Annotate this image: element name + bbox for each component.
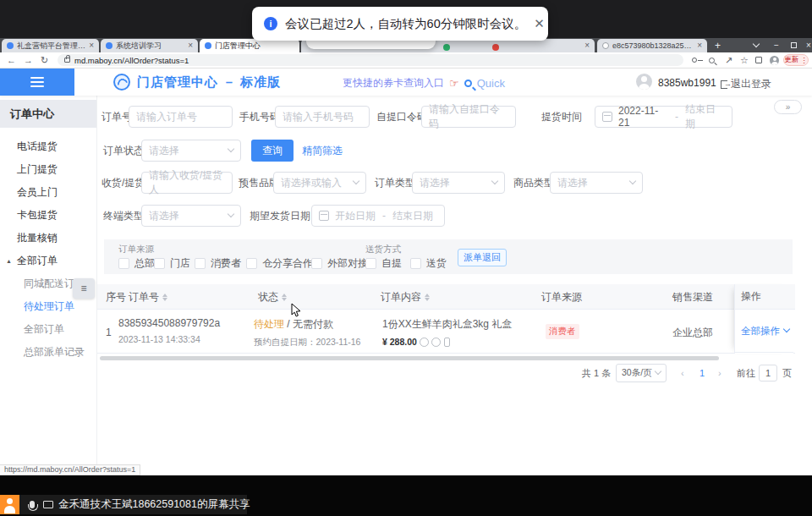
username: 8385wb1991 bbox=[658, 77, 716, 89]
simple-filter-link[interactable]: 精简筛选 bbox=[302, 140, 343, 162]
hamburger-menu-button[interactable] bbox=[0, 69, 74, 96]
order-no-input[interactable]: 请输入订单号 bbox=[129, 106, 233, 128]
order-content: 1份XX生鲜羊肉礼盒3kg 礼盒 bbox=[382, 318, 512, 330]
sidebar-item-door-pickup[interactable]: 上门提货 bbox=[0, 158, 96, 181]
sidebar-item-hq-dispatch-records[interactable]: 总部派单记录 bbox=[0, 341, 96, 364]
horizontal-scrollbar[interactable] bbox=[100, 356, 719, 360]
share-icon[interactable]: ↗ bbox=[725, 52, 732, 68]
order-source-panel: 订单来源 总部 门店 消费者 仓分享合作 外部对接 送货方式 自提 送货 派单退… bbox=[104, 239, 793, 274]
chevron-down-icon bbox=[228, 211, 234, 217]
chrome-update-button[interactable]: 更新 ⋮ bbox=[783, 54, 809, 66]
sort-icon[interactable] bbox=[282, 291, 287, 304]
sidebar: 订单中心 电话提货 上门提货 会员上门 卡包提货 批量核销 全部订单 同城配送订… bbox=[0, 96, 97, 475]
checkbox-source-consumer[interactable]: 消费者 bbox=[195, 256, 241, 271]
reload-icon[interactable]: ↻ bbox=[41, 52, 48, 68]
tab-close-icon[interactable]: × bbox=[188, 41, 193, 50]
goto-page-input[interactable]: 1 bbox=[759, 365, 777, 382]
profile-avatar-icon[interactable] bbox=[770, 52, 779, 68]
page-size-value: 30条/页 bbox=[622, 367, 652, 379]
browser-tab-training[interactable]: 系统培训学习 × bbox=[101, 39, 198, 52]
checkbox-source-warehouse-share[interactable]: 仓分享合作 bbox=[246, 256, 313, 271]
quick-entry[interactable]: 更快捷的券卡查询入口 ☞ Quick bbox=[343, 76, 505, 91]
channel-badge-icon bbox=[420, 338, 429, 347]
forward-icon[interactable]: → bbox=[24, 52, 33, 68]
checkbox-icon bbox=[311, 258, 322, 269]
prev-page-button[interactable]: ‹ bbox=[681, 364, 684, 382]
coupon-badge-icon bbox=[431, 338, 441, 347]
start-date-placeholder: 开始日期 bbox=[335, 209, 376, 223]
browser-tab-store-center-active[interactable]: 门店管理中心 bbox=[200, 39, 299, 52]
app-title-text: 门店管理中心 bbox=[137, 74, 218, 89]
logout-button[interactable]: 退出登录 bbox=[721, 77, 771, 91]
bookmark-star-icon[interactable]: ☆ bbox=[740, 52, 749, 68]
col-order-no[interactable]: 订单号 bbox=[129, 284, 167, 310]
receiver-input[interactable]: 请输入收货/提货人 bbox=[141, 172, 233, 194]
checkbox-delivery-deliver[interactable]: 送货 bbox=[410, 256, 447, 271]
order-type-select[interactable]: 请选择 bbox=[412, 172, 505, 194]
row-action-dropdown[interactable]: 全部操作 bbox=[735, 310, 793, 353]
phone-input[interactable]: 请输入手机号码 bbox=[275, 106, 370, 128]
checkbox-source-store[interactable]: 门店 bbox=[154, 256, 190, 271]
back-icon[interactable]: ← bbox=[7, 52, 16, 68]
dispatch-return-button[interactable]: 派单退回 bbox=[458, 249, 507, 266]
end-date-placeholder: 结束日期 bbox=[685, 102, 725, 131]
tab-close-icon[interactable]: × bbox=[89, 41, 94, 50]
collapse-filters-button[interactable]: » bbox=[774, 100, 802, 114]
sidebar-item-batch-verify[interactable]: 批量核销 bbox=[0, 227, 96, 250]
pickup-code-input[interactable]: 请输入自提口令码 bbox=[421, 106, 516, 128]
meeting-notification-toast: i 会议已超过2人，自动转为60分钟限时会议。 ✕ bbox=[252, 7, 548, 41]
col-label: 订单内容 bbox=[381, 290, 421, 305]
next-page-button[interactable]: › bbox=[718, 364, 721, 382]
current-page[interactable]: 1 bbox=[700, 364, 705, 382]
user-avatar[interactable] bbox=[636, 74, 652, 90]
tab-search-chevron-icon[interactable] bbox=[748, 38, 765, 52]
pickup-time-range-picker[interactable]: 2022-11-21 - 结束日期 bbox=[595, 106, 732, 128]
sort-icon[interactable] bbox=[425, 291, 430, 304]
window-minimize-button[interactable]: − bbox=[768, 38, 785, 52]
terminal-type-label: 终端类型 bbox=[103, 205, 144, 227]
sidebar-item-phone-pickup[interactable]: 电话提货 bbox=[0, 135, 96, 158]
checkbox-source-hq[interactable]: 总部 bbox=[118, 256, 155, 271]
checkbox-source-external[interactable]: 外部对接 bbox=[311, 256, 368, 271]
side-panel-icon[interactable] bbox=[755, 52, 762, 68]
screen-share-bar[interactable]: 金禾通技术王斌18662591081的屏幕共享 bbox=[0, 495, 247, 514]
page-unit-label: 页 bbox=[782, 364, 792, 382]
tab-close-icon[interactable]: × bbox=[584, 41, 590, 50]
order-no-label: 订单号 bbox=[102, 106, 132, 128]
sidebar-group-all-orders[interactable]: 全部订单 bbox=[0, 250, 96, 272]
sidebar-drag-handle[interactable]: ≡ bbox=[73, 278, 95, 299]
sidebar-item-member-visit[interactable]: 会员上门 bbox=[0, 181, 96, 204]
browser-tab-gift-platform[interactable]: 礼盒营销平台管理中心 × bbox=[2, 39, 99, 52]
new-tab-button[interactable]: + bbox=[715, 40, 721, 52]
window-close-button[interactable]: × bbox=[800, 38, 812, 52]
zoom-search-icon[interactable] bbox=[709, 52, 715, 68]
col-index: 序号 bbox=[106, 284, 126, 310]
sort-icon[interactable] bbox=[162, 291, 167, 304]
sidebar-item-card-pickup[interactable]: 卡包提货 bbox=[0, 204, 96, 227]
presale-brand-select[interactable]: 请选择或输入 bbox=[273, 172, 366, 194]
url-bar[interactable]: md.maboy.cn/AllOrder?status=1 bbox=[58, 54, 683, 66]
source-badge: 消费者 bbox=[546, 324, 579, 339]
checkbox-delivery-self-pickup[interactable]: 自提 bbox=[365, 256, 402, 271]
password-key-icon[interactable] bbox=[692, 52, 697, 68]
kebab-menu-icon: ⋮ bbox=[800, 56, 808, 64]
tab-title: 门店管理中心 bbox=[215, 41, 294, 52]
goods-type-select[interactable]: 请选择 bbox=[550, 172, 643, 194]
window-maximize-button[interactable] bbox=[785, 38, 802, 52]
table-row[interactable]: 1 83859345088979792a 2023-11-13 14:33:34… bbox=[97, 310, 795, 354]
browser-tab-hex[interactable]: e8c573980b1328a258fd2e6 × bbox=[597, 39, 707, 52]
order-status-label: 订单状态 bbox=[103, 140, 144, 162]
page-size-select[interactable]: 30条/页 bbox=[616, 364, 667, 382]
price-line: ¥ 288.00 bbox=[382, 337, 512, 347]
tab-close-icon[interactable]: × bbox=[697, 41, 702, 50]
col-status[interactable]: 状态 bbox=[258, 284, 287, 310]
terminal-type-select[interactable]: 请选择 bbox=[141, 205, 241, 227]
sidebar-item-pending-orders[interactable]: 待处理订单 bbox=[0, 295, 96, 318]
order-status-select[interactable]: 请选择 bbox=[141, 140, 241, 162]
goto-label: 前往 bbox=[737, 364, 755, 382]
search-button[interactable]: 查询 bbox=[251, 140, 294, 162]
col-content[interactable]: 订单内容 bbox=[381, 284, 430, 310]
toast-close-icon[interactable]: ✕ bbox=[534, 16, 545, 31]
sidebar-item-all-orders[interactable]: 全部订单 bbox=[0, 318, 96, 341]
expect-ship-date-range-picker[interactable]: 开始日期 - 结束日期 bbox=[311, 205, 445, 227]
